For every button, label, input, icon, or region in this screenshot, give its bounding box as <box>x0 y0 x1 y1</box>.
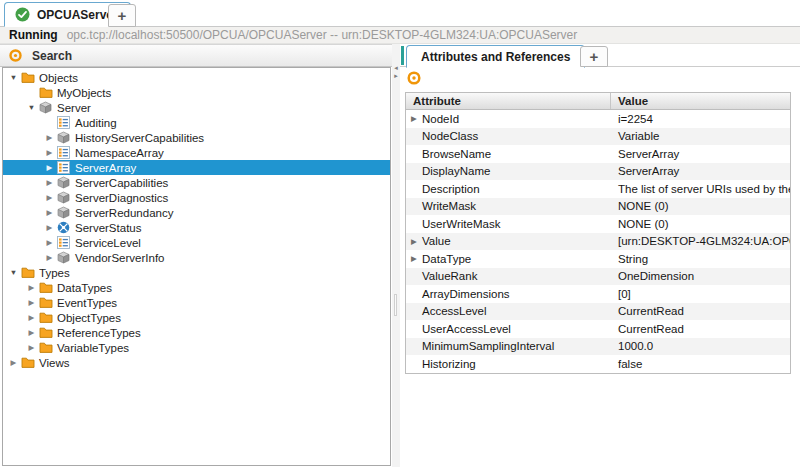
tree-expander-icon[interactable]: ▶ <box>43 223 56 232</box>
tree-expander-icon[interactable]: ▶ <box>43 148 56 157</box>
tree-expander-icon[interactable]: ▼ <box>7 268 20 277</box>
attribute-row-useraccesslevel[interactable]: UserAccessLevelCurrentRead <box>406 320 790 338</box>
tree-item-vendorserverinfo[interactable]: ▶VendorServerInfo <box>3 250 390 265</box>
variable-list-icon <box>56 146 71 159</box>
object-cube-icon <box>56 251 71 264</box>
tree-expander-icon[interactable]: ▶ <box>43 178 56 187</box>
tree-item-types[interactable]: ▼Types <box>3 265 390 280</box>
tree-item-label: Views <box>35 357 69 369</box>
tree-expander-icon[interactable]: ▶ <box>25 343 38 352</box>
row-expander-icon[interactable]: ▶ <box>406 254 422 263</box>
attribute-row-datatype[interactable]: ▶DataTypeString <box>406 250 790 268</box>
folder-icon <box>38 311 53 324</box>
folder-icon <box>38 281 53 294</box>
tree-expander-icon[interactable]: ▶ <box>43 208 56 217</box>
tree-item-views[interactable]: ▶Views <box>3 355 390 370</box>
tree-expander-icon[interactable]: ▶ <box>7 358 20 367</box>
tree-item-label: VariableTypes <box>53 342 129 354</box>
connection-tab-label: OPCUAServer <box>37 8 118 22</box>
tree-expander-icon[interactable]: ▶ <box>25 313 38 322</box>
tree-expander-icon[interactable]: ▶ <box>43 163 56 172</box>
attribute-name: AccessLevel <box>422 305 487 317</box>
tree-item-label: EventTypes <box>53 297 117 309</box>
attribute-cell: ▶NodeId <box>406 113 611 125</box>
tree-item-variabletypes[interactable]: ▶VariableTypes <box>3 340 390 355</box>
attribute-row-writemask[interactable]: WriteMaskNONE (0) <box>406 198 790 216</box>
attribute-row-minimumsamplinginterval[interactable]: MinimumSamplingInterval1000.0 <box>406 338 790 356</box>
tree-expander-icon[interactable]: ▶ <box>43 253 56 262</box>
folder-icon <box>38 86 53 99</box>
tree-item-eventtypes[interactable]: ▶EventTypes <box>3 295 390 310</box>
tree-item-namespacearray[interactable]: ▶NamespaceArray <box>3 145 390 160</box>
tree-expander-icon[interactable]: ▶ <box>43 238 56 247</box>
tree-item-servercapabilities[interactable]: ▶ServerCapabilities <box>3 175 390 190</box>
tab-attributes-and-references[interactable]: Attributes and References <box>406 45 585 68</box>
folder-icon <box>20 356 35 369</box>
attribute-row-value[interactable]: ▶Value[urn:DESKTOP-4GLM324:UA:OPCUAServe… <box>406 233 790 251</box>
tree-item-serverredundancy[interactable]: ▶ServerRedundancy <box>3 205 390 220</box>
attribute-row-nodeclass[interactable]: NodeClassVariable <box>406 128 790 146</box>
attribute-row-displayname[interactable]: DisplayNameServerArray <box>406 163 790 181</box>
refresh-target-icon[interactable] <box>405 69 423 87</box>
tree-item-datatypes[interactable]: ▶DataTypes <box>3 280 390 295</box>
tree-item-serverstatus[interactable]: ▶ServerStatus <box>3 220 390 235</box>
tree-expander-icon[interactable]: ▶ <box>25 328 38 337</box>
tree-item-serverdiagnostics[interactable]: ▶ServerDiagnostics <box>3 190 390 205</box>
row-expander-icon[interactable]: ▶ <box>406 237 422 246</box>
tree-expander-icon[interactable]: ▶ <box>25 298 38 307</box>
tree-item-servicelevel[interactable]: ▶ServiceLevel <box>3 235 390 250</box>
attribute-row-nodeid[interactable]: ▶NodeIdi=2254 <box>406 110 790 128</box>
attribute-row-description[interactable]: DescriptionThe list of server URIs used … <box>406 180 790 198</box>
attribute-name: MinimumSamplingInterval <box>422 340 554 352</box>
tree-item-label: ServerDiagnostics <box>71 192 168 204</box>
new-connection-tab-button[interactable]: + <box>108 4 136 27</box>
server-status-icon <box>56 221 71 234</box>
status-state: Running <box>9 28 58 42</box>
attribute-value: CurrentRead <box>611 323 790 335</box>
attribute-row-arraydimensions[interactable]: ArrayDimensions[0] <box>406 285 790 303</box>
attribute-name: BrowseName <box>422 148 491 160</box>
attribute-row-historizing[interactable]: Historizingfalse <box>406 355 790 373</box>
tree-expander-icon[interactable]: ▼ <box>7 73 20 82</box>
splitter-collapse-arrows[interactable]: ◂▸ <box>392 64 400 80</box>
tree-item-objecttypes[interactable]: ▶ObjectTypes <box>3 310 390 325</box>
tree-item-server[interactable]: ▼Server <box>3 100 390 115</box>
column-header-attribute[interactable]: Attribute <box>406 93 611 109</box>
new-attributes-tab-button[interactable]: + <box>580 46 608 67</box>
column-header-value[interactable]: Value <box>611 95 790 107</box>
attribute-row-userwritemask[interactable]: UserWriteMaskNONE (0) <box>406 215 790 233</box>
attribute-row-accesslevel[interactable]: AccessLevelCurrentRead <box>406 303 790 321</box>
attribute-value: 1000.0 <box>611 340 790 352</box>
tree-item-serverarray[interactable]: ▶ServerArray <box>3 160 390 175</box>
attribute-cell: WriteMask <box>406 200 611 212</box>
tree-item-label: VendorServerInfo <box>71 252 165 264</box>
tree-item-myobjects[interactable]: MyObjects <box>3 85 390 100</box>
tree-item-label: HistoryServerCapabilities <box>71 132 204 144</box>
tree-expander-icon[interactable]: ▶ <box>43 133 56 142</box>
tree-item-historyservercapabilities[interactable]: ▶HistoryServerCapabilities <box>3 130 390 145</box>
splitter-grip[interactable] <box>394 294 397 316</box>
tree-item-auditing[interactable]: Auditing <box>3 115 390 130</box>
tree-expander-icon[interactable]: ▶ <box>25 283 38 292</box>
tree-item-objects[interactable]: ▼Objects <box>3 70 390 85</box>
attribute-cell: NodeClass <box>406 130 611 142</box>
panel-splitter[interactable]: ◂▸ <box>392 44 400 467</box>
attribute-cell: ArrayDimensions <box>406 288 611 300</box>
address-space-tree[interactable]: ▼ObjectsMyObjects▼ServerAuditing▶History… <box>2 67 391 466</box>
connection-tab-bar: OPCUAServer + <box>0 0 800 27</box>
object-cube-icon <box>38 101 53 114</box>
row-expander-icon[interactable]: ▶ <box>406 114 422 123</box>
tree-item-label: DataTypes <box>53 282 112 294</box>
search-section-header[interactable]: Search <box>0 44 392 67</box>
attribute-row-valuerank[interactable]: ValueRankOneDimension <box>406 268 790 286</box>
attribute-name: NodeId <box>422 113 459 125</box>
attribute-row-browsename[interactable]: BrowseNameServerArray <box>406 145 790 163</box>
tree-expander-icon[interactable]: ▼ <box>25 103 38 112</box>
attribute-name: DisplayName <box>422 165 490 177</box>
tree-expander-icon[interactable]: ▶ <box>43 193 56 202</box>
attribute-value: The list of server URIs used by the serv… <box>611 183 790 195</box>
attribute-value: Variable <box>611 130 790 142</box>
tree-item-referencetypes[interactable]: ▶ReferenceTypes <box>3 325 390 340</box>
attribute-value: NONE (0) <box>611 218 790 230</box>
attribute-name: ValueRank <box>422 270 477 282</box>
